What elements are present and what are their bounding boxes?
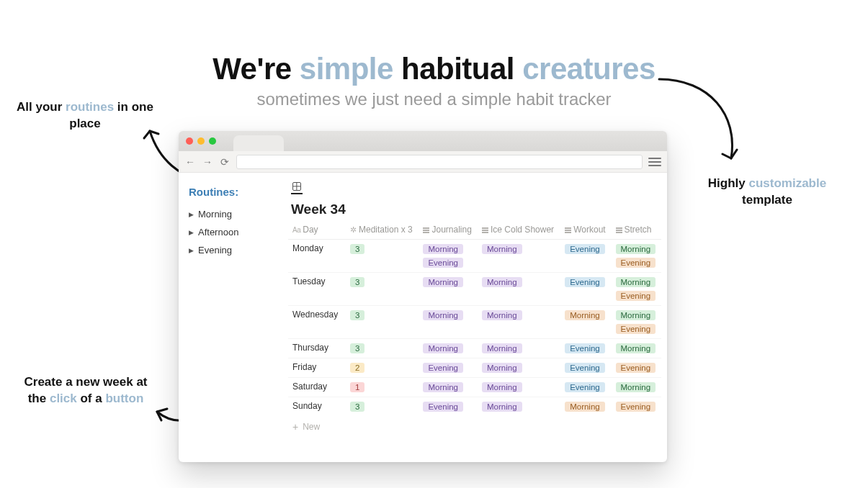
cell: Morning [478,306,560,339]
tag[interactable]: Morning [482,310,522,320]
tag[interactable]: Evening [616,402,656,412]
main-content: Week 34 AaDay✲Meditation x 3JournalingIc… [287,173,667,462]
tag[interactable]: Morning [616,343,656,353]
column-header[interactable]: Stretch [612,220,661,240]
day-cell: Tuesday [288,273,346,306]
tag[interactable]: Morning [482,382,522,392]
column-label: Journaling [431,225,471,235]
triangle-icon: ▶ [189,211,194,218]
window-zoom-icon[interactable] [209,137,216,145]
tag[interactable]: Evening [616,324,656,334]
back-icon[interactable]: ← [184,156,196,168]
day-cell: Saturday [288,378,346,397]
tag[interactable]: Morning [423,382,463,392]
tag[interactable]: Evening [423,258,463,268]
column-header[interactable]: ✲Meditation x 3 [346,220,419,240]
triangle-icon: ▶ [189,229,194,236]
table-row[interactable]: Monday3MorningEveningMorningEveningMorni… [288,240,661,273]
cell: Evening [419,358,478,378]
table-icon [292,182,301,191]
cell: Morning [478,339,560,358]
tag[interactable]: Morning [482,244,522,254]
column-header[interactable]: Journaling [419,220,478,240]
column-header[interactable]: AaDay [288,220,346,240]
cell: Evening [560,273,611,306]
reload-icon[interactable]: ⟳ [219,156,231,168]
tag[interactable]: Evening [565,382,605,392]
tag[interactable]: Morning [616,277,656,287]
cell: 3 [346,397,419,417]
tag[interactable]: Morning [565,402,605,412]
tag[interactable]: Morning [423,277,463,287]
table-row[interactable]: Tuesday3MorningMorningEveningMorningEven… [288,273,661,306]
tag[interactable]: Morning [482,343,522,353]
sidebar-title: Routines: [189,186,277,198]
menu-icon[interactable] [648,157,661,167]
tag[interactable]: 2 [350,363,364,373]
tag[interactable]: Morning [616,382,656,392]
cell: Morning [419,378,478,397]
address-bar[interactable] [236,155,643,169]
tag[interactable]: Morning [565,310,605,320]
column-header[interactable]: Ice Cold Shower [478,220,560,240]
view-tab-table[interactable] [291,180,303,194]
tag[interactable]: 3 [350,402,364,412]
arrow-right [652,72,767,173]
cell: Evening [612,397,661,417]
tag[interactable]: 3 [350,244,364,254]
tag[interactable]: 3 [350,343,364,353]
browser-toolbar: ← → ⟳ [179,151,667,173]
tag[interactable]: Evening [616,291,656,301]
tag[interactable]: 3 [350,310,364,320]
sidebar: Routines: ▶Morning▶Afternoon▶Evening [179,173,287,462]
cell: 3 [346,273,419,306]
tag[interactable]: 3 [350,277,364,287]
tag[interactable]: 1 [350,382,364,392]
column-header[interactable]: Workout [560,220,611,240]
callout-routines: All your routines in one place [13,99,157,132]
tag[interactable]: Evening [616,363,656,373]
tag[interactable]: Morning [423,244,463,254]
text-icon: Aa [292,226,300,234]
tag[interactable]: Morning [423,310,463,320]
cell: Morning [560,397,611,417]
tag[interactable]: Evening [565,343,605,353]
tag[interactable]: Evening [616,258,656,268]
tag[interactable]: Evening [565,363,605,373]
tag[interactable]: Evening [423,363,463,373]
day-cell: Monday [288,240,346,273]
triangle-icon: ▶ [189,247,194,254]
forward-icon[interactable]: → [202,156,213,168]
window-minimize-icon[interactable] [197,137,205,145]
cell: MorningEvening [612,240,661,273]
table-row[interactable]: Thursday3MorningMorningEveningMorning [288,339,661,358]
list-icon [423,227,429,233]
tag[interactable]: Evening [565,244,605,254]
tag[interactable]: Morning [423,343,463,353]
column-label: Ice Cold Shower [491,225,554,235]
table-row[interactable]: Friday2EveningMorningEveningEvening [288,358,661,378]
table-row[interactable]: Saturday1MorningMorningEveningMorning [288,378,661,397]
tag[interactable]: Morning [482,402,522,412]
window-close-icon[interactable] [186,137,193,145]
tag[interactable]: Morning [616,244,656,254]
cell: Evening [560,339,611,358]
sidebar-item-afternoon[interactable]: ▶Afternoon [189,223,277,241]
tag[interactable]: Evening [565,277,605,287]
tag[interactable]: Morning [482,277,522,287]
tag[interactable]: Morning [482,363,522,373]
cell: Evening [560,358,611,378]
table-row[interactable]: Wednesday3MorningMorningMorningMorningEv… [288,306,661,339]
sidebar-item-morning[interactable]: ▶Morning [189,205,277,223]
sidebar-item-evening[interactable]: ▶Evening [189,241,277,259]
gear-icon: ✲ [350,225,357,235]
add-row-button[interactable]: + New [288,416,661,438]
plus-icon: + [292,422,298,432]
table-row[interactable]: Sunday3EveningMorningMorningEvening [288,397,661,417]
tag[interactable]: Evening [423,402,463,412]
list-icon [482,227,488,233]
tag[interactable]: Morning [616,310,656,320]
browser-tab[interactable] [233,135,284,151]
cell: Morning [560,306,611,339]
table-title: Week 34 [291,202,661,217]
